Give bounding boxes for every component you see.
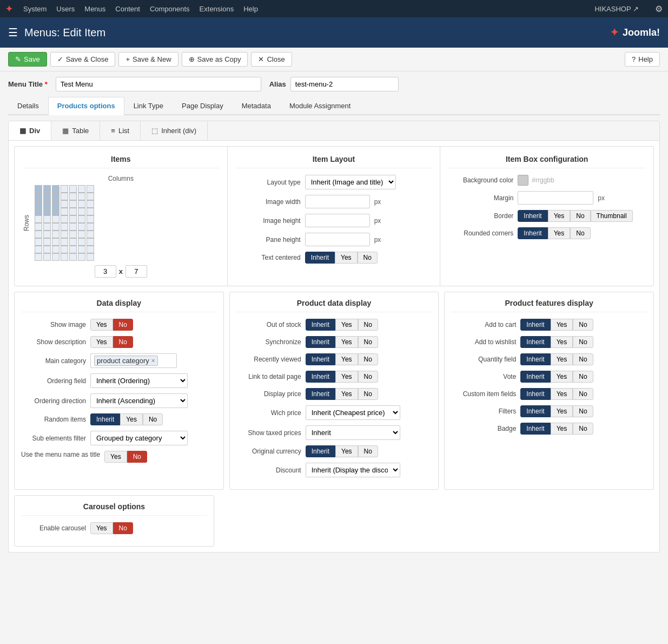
- save-new-button[interactable]: + Save & New: [118, 52, 178, 67]
- ordering-field-select[interactable]: Inherit (Ordering): [90, 373, 188, 388]
- show-taxed-select[interactable]: Inherit: [306, 425, 400, 440]
- which-price-select[interactable]: Inherit (Cheapest price): [306, 405, 400, 420]
- tag-remove-btn[interactable]: ✕: [151, 358, 155, 364]
- layout-type-select[interactable]: Inherit (Image and title): [305, 175, 396, 189]
- custom-no[interactable]: No: [573, 388, 593, 400]
- save-close-button[interactable]: ✓ Save & Close: [50, 52, 116, 67]
- text-centered-inherit[interactable]: Inherit: [305, 252, 335, 264]
- border-thumbnail[interactable]: Thumbnail: [591, 210, 633, 222]
- add-cart-inherit[interactable]: Inherit: [520, 319, 550, 331]
- qty-inherit[interactable]: Inherit: [520, 353, 550, 365]
- cols-input[interactable]: [95, 265, 116, 278]
- sub-filter-select[interactable]: Grouped by category: [90, 431, 188, 445]
- link-inherit[interactable]: Inherit: [306, 371, 335, 383]
- recently-yes[interactable]: Yes: [335, 353, 358, 365]
- settings-icon[interactable]: ⚙: [655, 4, 663, 14]
- sync-no[interactable]: No: [358, 336, 378, 348]
- rounded-yes[interactable]: Yes: [548, 227, 571, 239]
- text-centered-no[interactable]: No: [358, 252, 378, 264]
- pane-height-input[interactable]: [305, 233, 370, 246]
- out-no[interactable]: No: [358, 319, 378, 331]
- tab-metadata[interactable]: Metadata: [233, 97, 280, 114]
- menu-title-input[interactable]: [56, 77, 261, 91]
- filters-inherit[interactable]: Inherit: [520, 405, 550, 417]
- rounded-inherit[interactable]: Inherit: [518, 227, 547, 239]
- hamburger-icon[interactable]: ☰: [8, 26, 18, 39]
- filters-yes[interactable]: Yes: [551, 405, 573, 417]
- discount-select[interactable]: Inherit (Display the discount ...: [306, 463, 400, 477]
- random-inherit[interactable]: Inherit: [90, 413, 120, 425]
- tab-module-assignment[interactable]: Module Assignment: [280, 97, 360, 114]
- rows-input[interactable]: [125, 265, 147, 278]
- custom-yes[interactable]: Yes: [551, 388, 573, 400]
- tab-link-type[interactable]: Link Type: [124, 97, 173, 114]
- sync-yes[interactable]: Yes: [335, 336, 358, 348]
- nav-content[interactable]: Content: [115, 5, 140, 13]
- save-button[interactable]: ✎ Save: [8, 52, 47, 67]
- hikashop-link[interactable]: HIKASHOP ↗: [594, 5, 639, 13]
- close-button[interactable]: ✕ Close: [251, 52, 292, 67]
- border-yes[interactable]: Yes: [548, 210, 571, 222]
- rounded-no[interactable]: No: [570, 227, 590, 239]
- add-wishlist-no[interactable]: No: [573, 336, 593, 348]
- add-cart-yes[interactable]: Yes: [551, 319, 573, 331]
- alias-input[interactable]: [290, 77, 399, 91]
- image-width-input[interactable]: [305, 195, 370, 208]
- nav-help[interactable]: Help: [243, 5, 258, 13]
- save-copy-button[interactable]: ⊕ Save as Copy: [182, 52, 248, 67]
- orig-curr-yes[interactable]: Yes: [335, 445, 358, 457]
- show-image-yes[interactable]: Yes: [90, 319, 113, 331]
- vote-yes[interactable]: Yes: [551, 371, 573, 383]
- out-inherit[interactable]: Inherit: [306, 319, 335, 331]
- text-centered-yes[interactable]: Yes: [335, 252, 358, 264]
- orig-curr-no[interactable]: No: [358, 445, 378, 457]
- help-button[interactable]: ? Help: [625, 52, 660, 67]
- add-cart-no[interactable]: No: [573, 319, 593, 331]
- nav-components[interactable]: Components: [150, 5, 190, 13]
- carousel-yes[interactable]: Yes: [90, 522, 113, 534]
- out-yes[interactable]: Yes: [335, 319, 358, 331]
- border-inherit[interactable]: Inherit: [518, 210, 547, 222]
- main-cat-tag-input[interactable]: product category ✕: [90, 353, 177, 368]
- link-no[interactable]: No: [358, 371, 378, 383]
- carousel-no[interactable]: No: [113, 522, 133, 534]
- tab-products-options[interactable]: Products options: [48, 97, 124, 115]
- recently-inherit[interactable]: Inherit: [306, 353, 335, 365]
- margin-input[interactable]: [518, 191, 593, 205]
- nav-system[interactable]: System: [23, 5, 47, 13]
- orig-curr-inherit[interactable]: Inherit: [306, 445, 335, 457]
- use-menu-yes[interactable]: Yes: [104, 451, 127, 463]
- filters-no[interactable]: No: [573, 405, 593, 417]
- color-swatch[interactable]: [518, 175, 528, 186]
- nav-menus[interactable]: Menus: [84, 5, 105, 13]
- nav-extensions[interactable]: Extensions: [200, 5, 234, 13]
- sync-inherit[interactable]: Inherit: [306, 336, 335, 348]
- use-menu-no[interactable]: No: [127, 451, 147, 463]
- border-no[interactable]: No: [570, 210, 590, 222]
- layout-tab-div[interactable]: ▦ Div: [9, 121, 51, 140]
- vote-inherit[interactable]: Inherit: [520, 371, 550, 383]
- show-image-no[interactable]: No: [113, 319, 133, 331]
- tab-page-display[interactable]: Page Display: [173, 97, 233, 114]
- badge-inherit[interactable]: Inherit: [520, 423, 550, 435]
- link-yes[interactable]: Yes: [335, 371, 358, 383]
- image-height-input[interactable]: [305, 214, 370, 227]
- layout-tab-inherit[interactable]: ⬚ Inherit (div): [141, 121, 208, 140]
- nav-users[interactable]: Users: [56, 5, 75, 13]
- ordering-dir-select[interactable]: Inherit (Ascending): [90, 393, 188, 408]
- show-desc-no[interactable]: No: [113, 336, 133, 348]
- add-wishlist-inherit[interactable]: Inherit: [520, 336, 550, 348]
- vote-no[interactable]: No: [573, 371, 593, 383]
- layout-tab-table[interactable]: ▦ Table: [51, 121, 100, 140]
- random-yes[interactable]: Yes: [120, 413, 143, 425]
- show-desc-yes[interactable]: Yes: [90, 336, 113, 348]
- layout-tab-list[interactable]: ≡ List: [100, 121, 141, 140]
- display-price-yes[interactable]: Yes: [335, 388, 358, 400]
- badge-yes[interactable]: Yes: [551, 423, 573, 435]
- tab-details[interactable]: Details: [8, 97, 48, 114]
- qty-yes[interactable]: Yes: [551, 353, 573, 365]
- add-wishlist-yes[interactable]: Yes: [551, 336, 573, 348]
- random-no[interactable]: No: [143, 413, 163, 425]
- qty-no[interactable]: No: [573, 353, 593, 365]
- recently-no[interactable]: No: [358, 353, 378, 365]
